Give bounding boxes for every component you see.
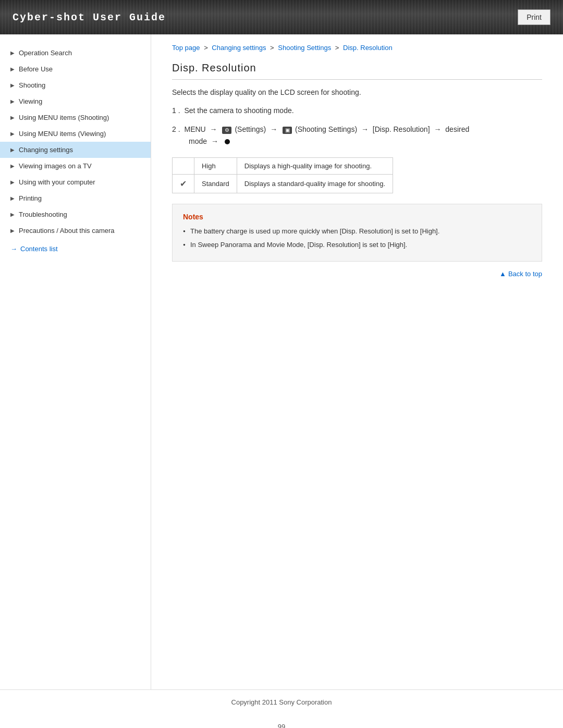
content-body: Selects the display quality on the LCD s…	[172, 88, 542, 282]
copyright-text: Copyright 2011 Sony Corporation	[231, 698, 332, 706]
breadcrumb-shooting-settings[interactable]: Shooting Settings	[278, 44, 331, 52]
sidebar-item-printing[interactable]: ▶ Printing	[0, 190, 151, 206]
arrow-right-icon: →	[10, 245, 17, 253]
breadcrumb-changing-settings[interactable]: Changing settings	[212, 44, 266, 52]
sidebar: ▶ Operation Search ▶ Before Use ▶ Shooti…	[0, 34, 151, 689]
back-to-top-arrow: ▲	[499, 270, 506, 278]
sidebar-item-precautions[interactable]: ▶ Precautions / About this camera	[0, 223, 151, 239]
arrow-sym-3: →	[361, 125, 369, 133]
table-cell-label-high: High	[194, 158, 237, 175]
back-to-top-row: ▲ Back to top	[172, 262, 542, 282]
arrow-sym-5: →	[211, 137, 218, 145]
note-item-2: In Sweep Panorama and Movie Mode, [Disp.…	[183, 240, 531, 250]
arrow-icon: ▶	[10, 115, 15, 120]
sidebar-item-viewing-tv[interactable]: ▶ Viewing images on a TV	[0, 158, 151, 174]
notes-box: Notes The battery charge is used up more…	[172, 204, 542, 262]
step-1: 1 . Set the camera to shooting mode.	[172, 105, 542, 116]
site-title: Cyber-shot User Guide	[13, 11, 166, 23]
sidebar-item-operation-search[interactable]: ▶ Operation Search	[0, 45, 151, 61]
sidebar-item-menu-viewing[interactable]: ▶ Using MENU items (Viewing)	[0, 126, 151, 142]
sidebar-item-menu-shooting[interactable]: ▶ Using MENU items (Shooting)	[0, 109, 151, 126]
bullet-dot-icon	[225, 139, 230, 144]
table-cell-desc-standard: Displays a standard-quality image for sh…	[237, 175, 393, 193]
footer: Copyright 2011 Sony Corporation	[0, 689, 563, 714]
back-to-top-link[interactable]: ▲ Back to top	[499, 270, 542, 278]
breadcrumb-top[interactable]: Top page	[172, 44, 200, 52]
settings-icon	[222, 127, 231, 134]
sidebar-item-using-computer[interactable]: ▶ Using with your computer	[0, 174, 151, 190]
checkmark-icon: ✔	[180, 179, 187, 188]
arrow-sym-2: →	[270, 125, 277, 133]
sidebar-item-shooting[interactable]: ▶ Shooting	[0, 77, 151, 93]
notes-title: Notes	[183, 213, 531, 221]
step-2: 2 . MENU → (Settings) → (Shooting Settin…	[172, 124, 542, 147]
arrow-icon: ▶	[10, 131, 15, 137]
contents-list-link[interactable]: → Contents list	[0, 239, 151, 257]
page-number: 99	[0, 714, 563, 728]
table-cell-icon-standard: ✔	[173, 175, 194, 193]
arrow-icon: ▶	[10, 147, 15, 153]
arrow-icon: ▶	[10, 179, 15, 185]
table-cell-icon-high	[173, 158, 194, 175]
note-item-1: The battery charge is used up more quick…	[183, 226, 531, 237]
table-row: High Displays a high-quality image for s…	[173, 158, 393, 175]
sidebar-item-changing-settings[interactable]: ▶ Changing settings	[0, 142, 151, 158]
arrow-icon: ▶	[10, 163, 15, 169]
arrow-icon: ▶	[10, 50, 15, 56]
page-header: Cyber-shot User Guide Print	[0, 0, 563, 34]
arrow-icon: ▶	[10, 98, 15, 104]
intro-text: Selects the display quality on the LCD s…	[172, 88, 542, 96]
breadcrumb: Top page > Changing settings > Shooting …	[172, 34, 542, 62]
print-button[interactable]: Print	[518, 9, 550, 25]
notes-list: The battery charge is used up more quick…	[183, 226, 531, 250]
step2-menu: MENU	[184, 125, 205, 133]
main-content: Top page > Changing settings > Shooting …	[151, 34, 563, 689]
table-cell-label-standard: Standard	[194, 175, 237, 193]
page-title: Disp. Resolution	[172, 62, 542, 80]
shooting-settings-icon	[283, 127, 292, 134]
sidebar-item-before-use[interactable]: ▶ Before Use	[0, 61, 151, 77]
arrow-sym-4: →	[434, 125, 441, 133]
settings-table: High Displays a high-quality image for s…	[172, 157, 393, 193]
main-layout: ▶ Operation Search ▶ Before Use ▶ Shooti…	[0, 34, 563, 689]
arrow-icon: ▶	[10, 212, 15, 217]
table-row: ✔ Standard Displays a standard-quality i…	[173, 175, 393, 193]
arrow-icon: ▶	[10, 228, 15, 233]
arrow-icon: ▶	[10, 66, 15, 72]
arrow-icon: ▶	[10, 195, 15, 201]
sidebar-item-viewing[interactable]: ▶ Viewing	[0, 93, 151, 109]
arrow-icon: ▶	[10, 82, 15, 88]
sidebar-item-troubleshooting[interactable]: ▶ Troubleshooting	[0, 206, 151, 223]
arrow-sym-1: →	[210, 125, 217, 133]
breadcrumb-current: Disp. Resolution	[343, 44, 393, 52]
table-cell-desc-high: Displays a high-quality image for shooti…	[237, 158, 393, 175]
